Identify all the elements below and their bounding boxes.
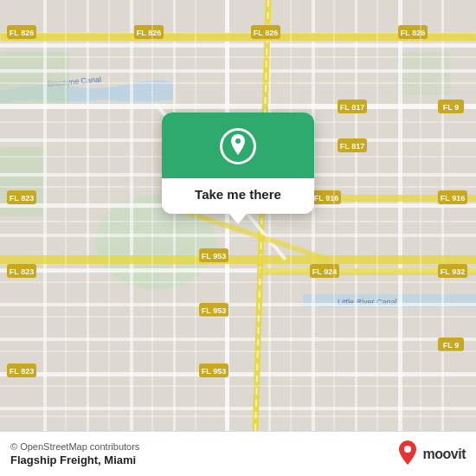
moovit-brand-text: moovit bbox=[423, 447, 466, 462]
svg-rect-25 bbox=[312, 0, 315, 433]
svg-text:FL 953: FL 953 bbox=[202, 306, 226, 315]
moovit-logo: moovit bbox=[396, 441, 466, 468]
svg-text:FL 916: FL 916 bbox=[441, 194, 465, 203]
svg-text:FL 9: FL 9 bbox=[443, 103, 459, 112]
svg-text:FL 953: FL 953 bbox=[202, 367, 226, 376]
svg-rect-19 bbox=[43, 0, 47, 433]
svg-rect-80 bbox=[290, 0, 292, 433]
svg-rect-33 bbox=[0, 255, 476, 264]
svg-text:FL 817: FL 817 bbox=[340, 142, 364, 151]
svg-point-95 bbox=[235, 138, 241, 144]
svg-rect-15 bbox=[0, 303, 476, 306]
svg-rect-85 bbox=[0, 82, 476, 84]
location-pin-icon bbox=[220, 128, 256, 164]
svg-rect-78 bbox=[151, 0, 153, 433]
svg-rect-18 bbox=[0, 407, 476, 410]
svg-rect-26 bbox=[355, 0, 357, 433]
svg-text:FL 924: FL 924 bbox=[312, 267, 337, 276]
svg-rect-21 bbox=[130, 0, 133, 433]
bottom-left-info: © OpenStreetMap contributors Flagship Fr… bbox=[10, 441, 139, 466]
svg-text:FL 823: FL 823 bbox=[10, 367, 34, 376]
popup-header bbox=[162, 113, 314, 178]
svg-rect-20 bbox=[87, 0, 89, 433]
svg-text:FL 932: FL 932 bbox=[441, 267, 465, 276]
svg-rect-9 bbox=[0, 104, 476, 109]
svg-rect-27 bbox=[398, 0, 402, 433]
moovit-pin-icon bbox=[396, 441, 420, 468]
svg-rect-90 bbox=[0, 281, 476, 283]
svg-text:FL 826: FL 826 bbox=[137, 29, 161, 37]
location-popup: Take me there bbox=[162, 113, 314, 214]
svg-text:FL 9: FL 9 bbox=[443, 341, 459, 350]
svg-rect-82 bbox=[376, 0, 378, 433]
svg-rect-79 bbox=[195, 0, 196, 433]
svg-rect-77 bbox=[108, 0, 110, 433]
svg-rect-17 bbox=[0, 372, 476, 376]
map-container: Little River Canal Biscayne Canal bbox=[0, 0, 476, 476]
svg-text:FL 826: FL 826 bbox=[254, 29, 278, 37]
popup-tail bbox=[229, 214, 247, 224]
svg-point-96 bbox=[404, 446, 411, 453]
svg-rect-22 bbox=[173, 0, 176, 433]
svg-rect-83 bbox=[420, 0, 421, 433]
svg-rect-92 bbox=[0, 351, 476, 352]
svg-rect-13 bbox=[0, 234, 476, 237]
svg-rect-93 bbox=[0, 385, 476, 387]
svg-rect-76 bbox=[65, 0, 67, 433]
location-label: Flagship Freight, Miami bbox=[10, 453, 139, 466]
take-me-there-button[interactable]: Take me there bbox=[162, 178, 314, 214]
svg-rect-7 bbox=[0, 43, 476, 48]
svg-text:FL 953: FL 953 bbox=[202, 252, 226, 261]
bottom-bar: © OpenStreetMap contributors Flagship Fr… bbox=[0, 431, 476, 476]
svg-text:FL 823: FL 823 bbox=[10, 194, 34, 203]
svg-rect-4 bbox=[0, 52, 69, 104]
svg-text:FL 817: FL 817 bbox=[340, 103, 364, 112]
svg-rect-28 bbox=[441, 0, 444, 433]
svg-rect-94 bbox=[0, 415, 476, 417]
svg-text:FL 826: FL 826 bbox=[10, 29, 34, 37]
svg-rect-8 bbox=[0, 69, 476, 73]
svg-rect-81 bbox=[333, 0, 335, 433]
svg-rect-84 bbox=[0, 56, 476, 58]
map-attribution: © OpenStreetMap contributors bbox=[10, 441, 139, 452]
svg-rect-91 bbox=[0, 316, 476, 318]
svg-text:FL 823: FL 823 bbox=[10, 267, 34, 276]
svg-rect-16 bbox=[0, 338, 476, 341]
